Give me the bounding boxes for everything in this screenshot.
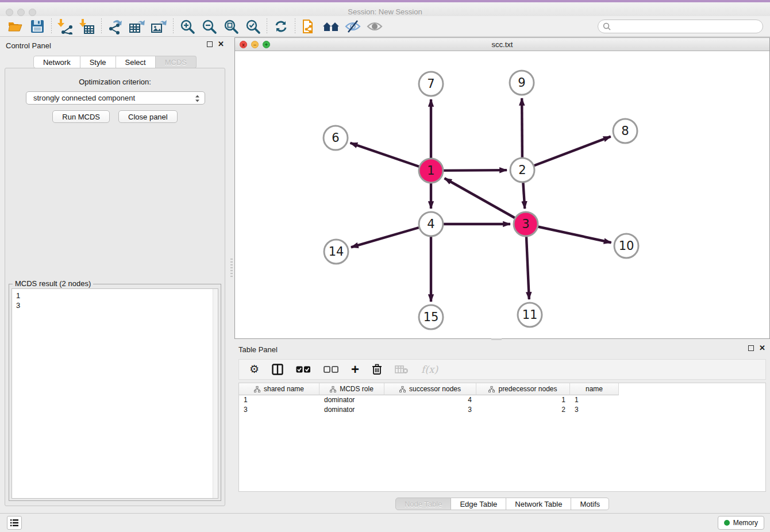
deselect-all-columns-icon[interactable] xyxy=(324,366,338,373)
graph-node-label-9: 9 xyxy=(518,76,525,90)
control-panel-tabs: NetworkStyleSelectMCDS xyxy=(0,56,230,68)
delete-table-icon xyxy=(395,365,409,374)
hide-eye-icon[interactable] xyxy=(342,17,364,36)
tab-select[interactable]: Select xyxy=(116,56,156,68)
table-cell[interactable]: 4 xyxy=(384,395,476,405)
graph-node-label-6: 6 xyxy=(332,131,339,145)
graph-edge-3-10[interactable] xyxy=(526,224,611,242)
vertical-split-grip[interactable] xyxy=(230,259,233,278)
result-line: 3 xyxy=(16,300,218,310)
import-network-icon[interactable] xyxy=(55,17,76,36)
column-header-shared-name[interactable]: shared name xyxy=(239,383,319,395)
zoom-selected-icon[interactable] xyxy=(242,17,264,36)
table-cell[interactable]: 3 xyxy=(384,405,476,415)
result-scrollbar[interactable] xyxy=(213,289,218,498)
list-icon xyxy=(10,519,19,527)
table-cell[interactable]: 1 xyxy=(476,395,570,405)
table-cell[interactable]: 2 xyxy=(476,405,570,415)
graph-edge-3-1[interactable] xyxy=(445,178,526,224)
toolbar-separator xyxy=(51,18,52,34)
table-cell[interactable]: 3 xyxy=(570,405,619,415)
search-input[interactable] xyxy=(614,21,763,32)
tab-style[interactable]: Style xyxy=(80,56,116,68)
window-title: Session: New Session xyxy=(0,7,770,16)
column-header-predecessor-nodes[interactable]: predecessor nodes xyxy=(476,383,570,395)
graph-node-label-1: 1 xyxy=(427,164,434,178)
network-window-titlebar[interactable]: x – + scc.txt xyxy=(235,38,769,51)
show-eye-icon xyxy=(364,17,386,36)
tab-motifs[interactable]: Motifs xyxy=(571,498,609,510)
save-session-icon[interactable] xyxy=(26,17,48,36)
horizontal-split-grip[interactable] xyxy=(491,338,502,340)
tab-network-table[interactable]: Network Table xyxy=(506,498,571,510)
table-toolbar: ⚙ + f(x) xyxy=(238,359,766,380)
column-header-mcds-role[interactable]: MCDS role xyxy=(319,383,384,395)
float-panel-icon[interactable] xyxy=(207,41,213,47)
close-panel-icon[interactable]: ✕ xyxy=(218,41,224,47)
export-table-icon[interactable] xyxy=(126,17,148,36)
table-cell[interactable]: dominator xyxy=(319,395,384,405)
zoom-out-icon[interactable] xyxy=(198,17,220,36)
table-row[interactable]: 1dominator411 xyxy=(239,395,765,405)
select-all-columns-icon[interactable] xyxy=(296,366,311,373)
network-view-window: x – + scc.txt 7968124314101511 xyxy=(234,37,770,339)
control-panel: Control Panel ✕ NetworkStyleSelectMCDS O… xyxy=(0,37,230,512)
search-field[interactable] xyxy=(598,20,763,33)
mcds-result-groupbox: MCDS result (2 nodes) 13 xyxy=(9,284,221,501)
status-bar: Memory xyxy=(0,513,770,532)
duplicate-network-icon[interactable] xyxy=(298,17,320,36)
tab-node-table[interactable]: Node Table xyxy=(395,498,452,510)
close-table-panel-icon[interactable]: ✕ xyxy=(759,345,765,351)
export-network-icon[interactable] xyxy=(105,17,126,36)
table-panel-title: Table Panel xyxy=(238,345,278,354)
optimization-criterion-value: strongly connected component xyxy=(33,94,135,102)
zoom-in-icon[interactable] xyxy=(176,17,198,36)
import-table-icon[interactable] xyxy=(76,17,98,36)
graph-node-label-2: 2 xyxy=(518,163,526,177)
control-panel-title: Control Panel xyxy=(6,41,51,50)
table-body[interactable]: 1dominator4113dominator323 xyxy=(239,395,765,415)
delete-column-icon[interactable] xyxy=(372,364,382,375)
table-cell[interactable]: 1 xyxy=(570,395,619,405)
tab-edge-table[interactable]: Edge Table xyxy=(451,498,506,510)
toolbar-separator xyxy=(267,18,267,34)
run-mcds-button[interactable]: Run MCDS xyxy=(52,110,110,123)
graph-node-label-14: 14 xyxy=(329,245,344,259)
table-settings-gear-icon[interactable]: ⚙ xyxy=(249,364,259,375)
table-type-tabs: Node TableEdge TableNetwork TableMotifs xyxy=(234,498,770,510)
graph-node-label-7: 7 xyxy=(427,77,434,91)
network-canvas[interactable]: 7968124314101511 xyxy=(235,51,769,338)
table-panel: Table Panel ✕ ⚙ + f(x) shared nameMCDS r… xyxy=(234,342,770,512)
column-view-icon[interactable] xyxy=(272,364,283,375)
show-panels-button[interactable] xyxy=(7,516,22,530)
function-builder-icon: f(x) xyxy=(421,364,438,375)
mcds-result-list[interactable]: 13 xyxy=(11,288,218,499)
float-table-panel-icon[interactable] xyxy=(748,345,754,351)
tab-mcds[interactable]: MCDS xyxy=(156,56,197,68)
table-cell[interactable]: 3 xyxy=(239,405,319,415)
memory-button[interactable]: Memory xyxy=(718,516,764,530)
tab-network[interactable]: Network xyxy=(33,56,80,68)
table-cell[interactable]: 1 xyxy=(239,395,319,405)
add-column-icon[interactable]: + xyxy=(351,364,359,375)
open-session-icon[interactable] xyxy=(5,17,26,36)
graph-edge-2-8[interactable] xyxy=(522,137,611,170)
export-image-icon[interactable] xyxy=(148,17,170,36)
zoom-fit-icon[interactable] xyxy=(220,17,242,36)
home-icon[interactable] xyxy=(320,17,342,36)
table-row[interactable]: 3dominator323 xyxy=(239,405,765,415)
result-line: 1 xyxy=(16,291,218,300)
table-cell[interactable]: dominator xyxy=(319,405,384,415)
toolbar-separator xyxy=(101,18,102,34)
close-panel-button[interactable]: Close panel xyxy=(118,110,178,123)
column-header-successor-nodes[interactable]: successor nodes xyxy=(384,383,476,395)
mcds-result-title: MCDS result (2 nodes) xyxy=(13,279,93,288)
optimization-criterion-select[interactable]: strongly connected component xyxy=(26,91,205,105)
column-header-name[interactable]: name xyxy=(570,383,619,395)
search-icon xyxy=(603,22,611,30)
graph-node-label-10: 10 xyxy=(619,239,634,253)
memory-status-icon xyxy=(724,520,730,526)
toolbar-separator xyxy=(295,18,295,34)
refresh-icon[interactable] xyxy=(270,17,292,36)
node-table: shared nameMCDS rolesuccessor nodesprede… xyxy=(238,383,766,492)
